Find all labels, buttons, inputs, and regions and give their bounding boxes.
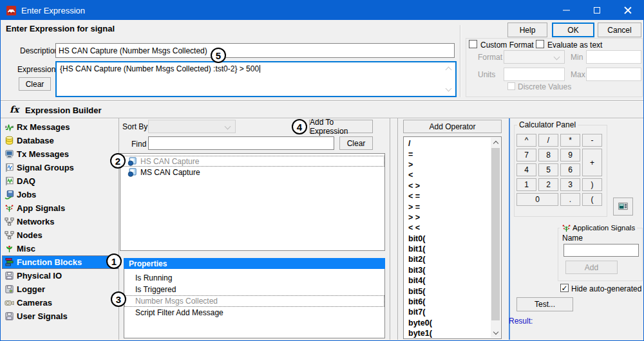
close-button[interactable]: [612, 1, 643, 20]
find-input[interactable]: [148, 136, 334, 150]
calc-key-)[interactable]: ): [582, 178, 602, 191]
sidebar-item-physical-io[interactable]: Physical IO: [2, 269, 118, 282]
sidebar-item-misc[interactable]: Misc: [2, 242, 118, 255]
calc-key-/[interactable]: /: [538, 134, 558, 147]
maximize-button[interactable]: [582, 1, 612, 20]
sidebar-item-app-signals[interactable]: App Signals: [2, 201, 118, 215]
scroll-down-icon[interactable]: [446, 86, 452, 92]
calc-key-3[interactable]: 3: [560, 178, 580, 191]
operator-item[interactable]: bit4(: [404, 275, 491, 286]
max-input[interactable]: [586, 68, 641, 81]
sort-by-dropdown[interactable]: [148, 120, 236, 133]
operator-item[interactable]: <: [404, 170, 491, 180]
calc-key--[interactable]: -: [582, 134, 602, 147]
calc-key-5[interactable]: 5: [538, 163, 558, 176]
property-row[interactable]: Is Triggered: [124, 284, 384, 295]
operator-scrollbar[interactable]: [491, 138, 500, 338]
sidebar-item-networks[interactable]: Networks: [2, 215, 118, 228]
add-to-expression-button[interactable]: Add To Expression: [309, 120, 373, 133]
discrete-values-checkbox[interactable]: [507, 82, 515, 90]
list-item[interactable]: MS CAN Capture: [120, 167, 384, 178]
calc-key-.[interactable]: .: [560, 193, 580, 206]
calc-key-9[interactable]: 9: [560, 149, 580, 161]
operator-item[interactable]: bit5(: [404, 286, 491, 296]
scroll-up-icon[interactable]: [446, 67, 452, 73]
category-sidebar: Rx MessagesDatabaseTx MessagesSignal Gro…: [2, 120, 118, 323]
test-button[interactable]: Test...: [516, 297, 573, 311]
calc-key-7[interactable]: 7: [516, 149, 536, 161]
scrollbar-up-button[interactable]: [491, 138, 500, 147]
find-clear-button[interactable]: Clear: [339, 136, 373, 150]
format-dropdown[interactable]: [504, 50, 565, 64]
expression-clear-button[interactable]: Clear: [19, 77, 51, 91]
min-input[interactable]: [586, 50, 641, 64]
calc-key-4[interactable]: 4: [516, 163, 536, 176]
calc-key-0[interactable]: 0: [516, 193, 558, 206]
sidebar-item-label: Rx Messages: [17, 122, 70, 132]
expression-input[interactable]: {HS CAN Capture (Number Msgs Collected) …: [55, 61, 457, 97]
sidebar-item-cameras[interactable]: Cameras: [2, 296, 118, 309]
operator-item[interactable]: > =: [404, 201, 491, 212]
ok-button[interactable]: OK: [552, 23, 594, 37]
operator-item[interactable]: byte0(: [404, 318, 491, 328]
evaluate-as-text-checkbox[interactable]: [536, 40, 544, 48]
sidebar-item-database[interactable]: Database: [2, 134, 118, 147]
operator-item[interactable]: bit0(: [404, 234, 491, 244]
sidebar-item-nodes[interactable]: Nodes: [2, 228, 118, 242]
operator-item[interactable]: < =: [404, 191, 491, 201]
description-input[interactable]: [55, 43, 455, 58]
minimize-button[interactable]: [551, 1, 582, 20]
property-row[interactable]: Number Msgs Collected: [124, 295, 384, 307]
sidebar-item-function-blocks[interactable]: Function Blocks: [2, 255, 118, 269]
calc-key-^[interactable]: ^: [516, 134, 536, 147]
sidebar-item-tx-messages[interactable]: Tx Messages: [2, 147, 118, 161]
add-button[interactable]: Add: [565, 261, 618, 274]
operator-item[interactable]: bit7(: [404, 307, 491, 317]
sidebar-item-signal-groups[interactable]: Signal Groups: [2, 161, 118, 174]
operator-item[interactable]: bit2(: [404, 254, 491, 264]
operator-item[interactable]: > >: [404, 212, 491, 223]
list-item[interactable]: HS CAN Capture: [120, 156, 384, 167]
sidebar-item-rx-messages[interactable]: Rx Messages: [2, 120, 118, 134]
calc-key-2[interactable]: 2: [538, 178, 558, 191]
calc-key-8[interactable]: 8: [538, 149, 558, 161]
property-row[interactable]: Is Running: [124, 272, 384, 284]
calculator-button[interactable]: [613, 198, 633, 216]
calc-key-6[interactable]: 6: [560, 163, 580, 176]
sidebar-item-label: Database: [17, 136, 54, 145]
operator-item[interactable]: >: [404, 160, 491, 170]
custom-format-checkbox[interactable]: [469, 40, 477, 48]
calc-key-1[interactable]: 1: [516, 178, 536, 191]
operator-item[interactable]: =: [404, 149, 491, 159]
operator-item[interactable]: bit1(: [404, 244, 491, 254]
operator-item[interactable]: bit6(: [404, 297, 491, 307]
calc-key-*[interactable]: *: [560, 134, 580, 147]
property-row[interactable]: Script Filter Add Message: [124, 307, 384, 318]
name-input[interactable]: [564, 244, 639, 257]
app-signals-icon: [562, 223, 571, 232]
operator-item[interactable]: < >: [404, 181, 491, 191]
add-operator-button[interactable]: Add Operator: [403, 120, 502, 133]
sidebar-item-daq[interactable]: DAQ: [2, 174, 118, 188]
sidebar-item-user-signals[interactable]: User Signals: [2, 309, 118, 323]
cancel-button[interactable]: Cancel: [598, 23, 641, 37]
operator-item[interactable]: bit3(: [404, 265, 491, 275]
splitter-line-left[interactable]: [390, 118, 390, 340]
calc-key-([interactable]: (: [582, 193, 602, 206]
close-icon: [624, 6, 632, 14]
jobs-icon: [5, 190, 14, 199]
scrollbar-thumb[interactable]: [491, 148, 500, 320]
list-item-label: HS CAN Capture: [140, 157, 199, 166]
operator-item[interactable]: < <: [404, 223, 491, 233]
help-button[interactable]: Help: [507, 23, 547, 37]
sidebar-item-jobs[interactable]: Jobs: [2, 188, 118, 201]
hide-auto-generated-checkbox[interactable]: ✓: [560, 284, 569, 292]
app-logo-icon[interactable]: [6, 6, 16, 15]
calc-key-+[interactable]: +: [582, 149, 602, 176]
operator-item[interactable]: byte1(: [404, 328, 491, 338]
operator-item[interactable]: /: [404, 138, 491, 149]
splitter-line-right[interactable]: [397, 118, 398, 340]
sidebar-item-logger[interactable]: Logger: [2, 282, 118, 296]
scrollbar-down-button[interactable]: [491, 328, 500, 338]
units-input[interactable]: [504, 68, 565, 81]
